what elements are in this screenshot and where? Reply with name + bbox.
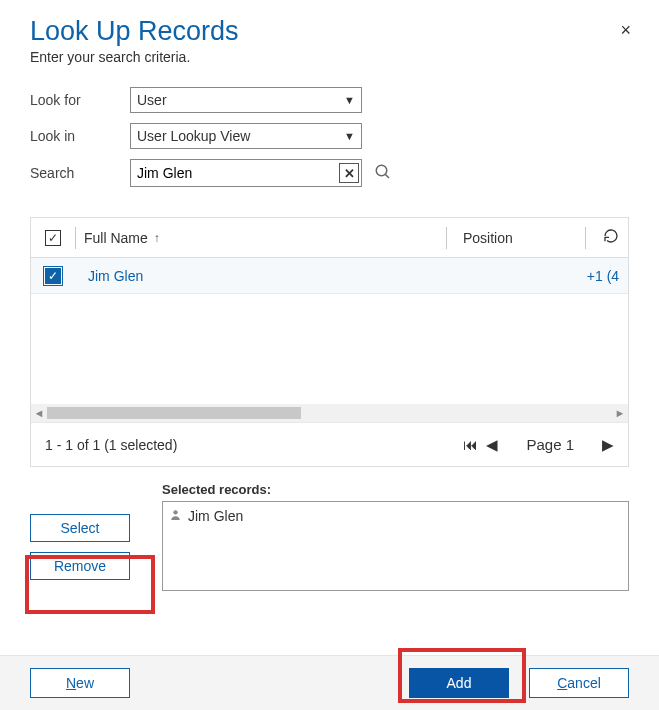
- column-position-label: Position: [463, 230, 513, 246]
- look-for-select[interactable]: User ▼: [130, 87, 362, 113]
- scroll-right-icon[interactable]: ►: [612, 407, 628, 419]
- dialog-subtitle: Enter your search criteria.: [30, 49, 629, 65]
- row-phone: +1 (4: [578, 268, 628, 284]
- spacer: [75, 265, 76, 287]
- prev-page-button[interactable]: ◀: [486, 436, 498, 454]
- look-for-value: User: [137, 92, 344, 108]
- svg-point-0: [376, 165, 387, 176]
- column-divider: [446, 227, 447, 249]
- column-fullname-label: Full Name: [84, 230, 148, 246]
- page-label: Page 1: [526, 436, 574, 453]
- look-in-label: Look in: [30, 128, 130, 144]
- table-row[interactable]: Jim Glen +1 (4: [31, 258, 628, 294]
- look-for-label: Look for: [30, 92, 130, 108]
- refresh-icon[interactable]: [603, 228, 619, 247]
- dialog-footer: New Add Cancel: [0, 655, 659, 710]
- column-header-position[interactable]: Position: [455, 230, 585, 246]
- search-input[interactable]: [131, 160, 339, 186]
- scroll-thumb[interactable]: [47, 407, 301, 419]
- search-label: Search: [30, 165, 130, 181]
- column-divider: [585, 227, 586, 249]
- search-field-wrap: ✕: [130, 159, 362, 187]
- svg-point-2: [173, 510, 177, 514]
- scroll-left-icon[interactable]: ◄: [31, 407, 47, 419]
- add-button[interactable]: Add: [409, 668, 509, 698]
- new-button[interactable]: New: [30, 668, 130, 698]
- first-page-button[interactable]: ⏮: [463, 436, 478, 453]
- remove-button[interactable]: Remove: [30, 552, 130, 580]
- close-button[interactable]: ×: [620, 20, 631, 41]
- select-button[interactable]: Select: [30, 514, 130, 542]
- selected-record-name: Jim Glen: [188, 508, 243, 524]
- next-page-button[interactable]: ▶: [602, 436, 614, 454]
- selected-records-label: Selected records:: [162, 482, 629, 497]
- pager-status: 1 - 1 of 1 (1 selected): [45, 437, 463, 453]
- chevron-down-icon: ▼: [344, 94, 355, 106]
- look-in-value: User Lookup View: [137, 128, 344, 144]
- grid-header: Full Name ↑ Position: [31, 218, 628, 258]
- results-grid: Full Name ↑ Position Jim Glen: [30, 217, 629, 467]
- look-in-select[interactable]: User Lookup View ▼: [130, 123, 362, 149]
- dialog-title: Look Up Records: [30, 16, 629, 47]
- clear-search-icon[interactable]: ✕: [339, 163, 359, 183]
- selected-records-box[interactable]: Jim Glen: [162, 501, 629, 591]
- scroll-track[interactable]: [47, 407, 612, 419]
- column-header-fullname[interactable]: Full Name ↑: [84, 230, 446, 246]
- person-icon: [169, 508, 182, 524]
- horizontal-scrollbar[interactable]: ◄ ►: [31, 404, 628, 422]
- search-icon[interactable]: [374, 163, 392, 184]
- cancel-button[interactable]: Cancel: [529, 668, 629, 698]
- pager: 1 - 1 of 1 (1 selected) ⏮ ◀ Page 1 ▶: [31, 422, 628, 466]
- row-checkbox[interactable]: [45, 268, 61, 284]
- svg-line-1: [385, 174, 389, 178]
- grid-empty-space: [31, 294, 628, 404]
- select-all-checkbox[interactable]: [45, 230, 61, 246]
- selected-record-item[interactable]: Jim Glen: [169, 508, 622, 524]
- chevron-down-icon: ▼: [344, 130, 355, 142]
- column-divider: [75, 227, 76, 249]
- row-fullname[interactable]: Jim Glen: [88, 268, 143, 284]
- sort-asc-icon: ↑: [154, 231, 160, 245]
